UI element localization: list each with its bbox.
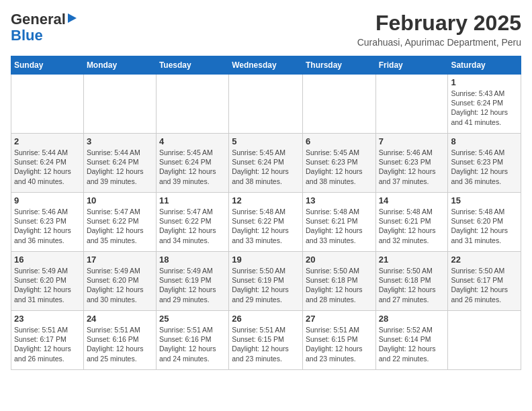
- day-number: 1: [451, 77, 518, 87]
- logo-arrow-icon: [68, 13, 77, 23]
- calendar-cell: [375, 75, 448, 134]
- day-info: Sunrise: 5:49 AM Sunset: 6:20 PM Dayligh…: [14, 266, 81, 304]
- calendar-cell: 6Sunrise: 5:45 AM Sunset: 6:23 PM Daylig…: [302, 134, 375, 193]
- day-number: 17: [87, 255, 153, 265]
- week-row-1: 1Sunrise: 5:43 AM Sunset: 6:24 PM Daylig…: [11, 75, 521, 134]
- calendar-cell: 7Sunrise: 5:46 AM Sunset: 6:23 PM Daylig…: [375, 134, 448, 193]
- logo-blue: Blue: [11, 27, 43, 44]
- day-number: 26: [232, 314, 300, 324]
- day-info: Sunrise: 5:47 AM Sunset: 6:22 PM Dayligh…: [87, 207, 153, 245]
- calendar-cell: [302, 75, 375, 134]
- day-info: Sunrise: 5:48 AM Sunset: 6:22 PM Dayligh…: [232, 207, 300, 245]
- calendar-cell: 27Sunrise: 5:51 AM Sunset: 6:15 PM Dayli…: [302, 311, 375, 370]
- col-header-wednesday: Wednesday: [229, 56, 303, 75]
- calendar-cell: 20Sunrise: 5:50 AM Sunset: 6:18 PM Dayli…: [302, 252, 375, 311]
- day-number: 9: [14, 195, 81, 205]
- calendar-cell: 25Sunrise: 5:51 AM Sunset: 6:16 PM Dayli…: [156, 311, 228, 370]
- calendar-cell: [11, 75, 84, 134]
- day-number: 21: [379, 255, 445, 265]
- week-row-2: 2Sunrise: 5:44 AM Sunset: 6:24 PM Daylig…: [11, 134, 521, 193]
- calendar-cell: 28Sunrise: 5:52 AM Sunset: 6:14 PM Dayli…: [375, 311, 448, 370]
- calendar-cell: 21Sunrise: 5:50 AM Sunset: 6:18 PM Dayli…: [375, 252, 448, 311]
- day-number: 12: [232, 195, 300, 205]
- header-row: SundayMondayTuesdayWednesdayThursdayFrid…: [11, 56, 521, 75]
- day-number: 15: [451, 195, 518, 205]
- day-number: 7: [379, 136, 445, 146]
- calendar-cell: 22Sunrise: 5:50 AM Sunset: 6:17 PM Dayli…: [448, 252, 521, 311]
- logo-general: General: [11, 11, 66, 28]
- calendar-cell: 13Sunrise: 5:48 AM Sunset: 6:21 PM Dayli…: [302, 193, 375, 252]
- calendar-cell: 1Sunrise: 5:43 AM Sunset: 6:24 PM Daylig…: [448, 75, 521, 134]
- page-header: General Blue February 2025 Curahuasi, Ap…: [11, 11, 521, 48]
- month-year: February 2025: [357, 11, 521, 36]
- calendar-cell: 12Sunrise: 5:48 AM Sunset: 6:22 PM Dayli…: [229, 193, 303, 252]
- day-number: 2: [14, 136, 81, 146]
- calendar-cell: [448, 311, 521, 370]
- col-header-monday: Monday: [83, 56, 156, 75]
- day-number: 22: [451, 255, 518, 265]
- col-header-friday: Friday: [375, 56, 448, 75]
- day-info: Sunrise: 5:51 AM Sunset: 6:16 PM Dayligh…: [159, 325, 226, 363]
- calendar-cell: 15Sunrise: 5:48 AM Sunset: 6:20 PM Dayli…: [448, 193, 521, 252]
- day-info: Sunrise: 5:47 AM Sunset: 6:22 PM Dayligh…: [159, 207, 226, 245]
- day-number: 25: [159, 314, 226, 324]
- day-info: Sunrise: 5:46 AM Sunset: 6:23 PM Dayligh…: [14, 207, 81, 245]
- calendar-cell: 11Sunrise: 5:47 AM Sunset: 6:22 PM Dayli…: [156, 193, 228, 252]
- day-info: Sunrise: 5:45 AM Sunset: 6:23 PM Dayligh…: [306, 148, 373, 186]
- calendar-cell: 10Sunrise: 5:47 AM Sunset: 6:22 PM Dayli…: [83, 193, 156, 252]
- day-info: Sunrise: 5:49 AM Sunset: 6:19 PM Dayligh…: [159, 266, 226, 304]
- col-header-thursday: Thursday: [302, 56, 375, 75]
- day-number: 8: [451, 136, 518, 146]
- day-number: 19: [232, 255, 300, 265]
- day-number: 24: [87, 314, 153, 324]
- day-info: Sunrise: 5:51 AM Sunset: 6:15 PM Dayligh…: [306, 325, 373, 363]
- day-number: 16: [14, 255, 81, 265]
- calendar-cell: 16Sunrise: 5:49 AM Sunset: 6:20 PM Dayli…: [11, 252, 84, 311]
- week-row-5: 23Sunrise: 5:51 AM Sunset: 6:17 PM Dayli…: [11, 311, 521, 370]
- day-info: Sunrise: 5:43 AM Sunset: 6:24 PM Dayligh…: [451, 89, 518, 127]
- day-info: Sunrise: 5:50 AM Sunset: 6:18 PM Dayligh…: [306, 266, 373, 304]
- calendar-cell: [156, 75, 228, 134]
- day-info: Sunrise: 5:48 AM Sunset: 6:21 PM Dayligh…: [306, 207, 373, 245]
- day-number: 5: [232, 136, 300, 146]
- day-number: 20: [306, 255, 373, 265]
- day-info: Sunrise: 5:50 AM Sunset: 6:17 PM Dayligh…: [451, 266, 518, 304]
- day-info: Sunrise: 5:50 AM Sunset: 6:19 PM Dayligh…: [232, 266, 300, 304]
- day-info: Sunrise: 5:44 AM Sunset: 6:24 PM Dayligh…: [14, 148, 81, 186]
- calendar-cell: 23Sunrise: 5:51 AM Sunset: 6:17 PM Dayli…: [11, 311, 84, 370]
- day-number: 4: [159, 136, 226, 146]
- week-row-4: 16Sunrise: 5:49 AM Sunset: 6:20 PM Dayli…: [11, 252, 521, 311]
- week-row-3: 9Sunrise: 5:46 AM Sunset: 6:23 PM Daylig…: [11, 193, 521, 252]
- day-number: 23: [14, 314, 81, 324]
- calendar-cell: 18Sunrise: 5:49 AM Sunset: 6:19 PM Dayli…: [156, 252, 228, 311]
- day-info: Sunrise: 5:52 AM Sunset: 6:14 PM Dayligh…: [379, 325, 445, 363]
- day-info: Sunrise: 5:48 AM Sunset: 6:21 PM Dayligh…: [379, 207, 445, 245]
- day-info: Sunrise: 5:50 AM Sunset: 6:18 PM Dayligh…: [379, 266, 445, 304]
- col-header-sunday: Sunday: [11, 56, 84, 75]
- day-number: 13: [306, 195, 373, 205]
- day-number: 18: [159, 255, 226, 265]
- calendar-cell: [229, 75, 303, 134]
- calendar-table: SundayMondayTuesdayWednesdayThursdayFrid…: [11, 56, 521, 370]
- day-info: Sunrise: 5:45 AM Sunset: 6:24 PM Dayligh…: [159, 148, 226, 186]
- day-info: Sunrise: 5:46 AM Sunset: 6:23 PM Dayligh…: [379, 148, 445, 186]
- day-info: Sunrise: 5:49 AM Sunset: 6:20 PM Dayligh…: [87, 266, 153, 304]
- day-number: 10: [87, 195, 153, 205]
- calendar-cell: 26Sunrise: 5:51 AM Sunset: 6:15 PM Dayli…: [229, 311, 303, 370]
- col-header-saturday: Saturday: [448, 56, 521, 75]
- calendar-cell: 4Sunrise: 5:45 AM Sunset: 6:24 PM Daylig…: [156, 134, 228, 193]
- title-block: February 2025 Curahuasi, Apurimac Depart…: [357, 11, 521, 48]
- calendar-cell: 17Sunrise: 5:49 AM Sunset: 6:20 PM Dayli…: [83, 252, 156, 311]
- calendar-cell: 3Sunrise: 5:44 AM Sunset: 6:24 PM Daylig…: [83, 134, 156, 193]
- col-header-tuesday: Tuesday: [156, 56, 228, 75]
- day-number: 14: [379, 195, 445, 205]
- day-info: Sunrise: 5:51 AM Sunset: 6:16 PM Dayligh…: [87, 325, 153, 363]
- calendar-cell: 14Sunrise: 5:48 AM Sunset: 6:21 PM Dayli…: [375, 193, 448, 252]
- calendar-cell: 9Sunrise: 5:46 AM Sunset: 6:23 PM Daylig…: [11, 193, 84, 252]
- location: Curahuasi, Apurimac Department, Peru: [357, 37, 521, 48]
- day-info: Sunrise: 5:51 AM Sunset: 6:15 PM Dayligh…: [232, 325, 300, 363]
- day-number: 3: [87, 136, 153, 146]
- day-info: Sunrise: 5:45 AM Sunset: 6:24 PM Dayligh…: [232, 148, 300, 186]
- day-info: Sunrise: 5:51 AM Sunset: 6:17 PM Dayligh…: [14, 325, 81, 363]
- calendar-cell: [83, 75, 156, 134]
